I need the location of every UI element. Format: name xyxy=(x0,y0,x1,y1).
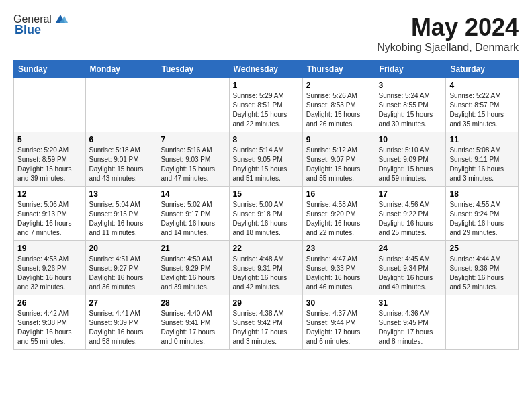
day-number: 22 xyxy=(233,244,299,253)
calendar-table: SundayMondayTuesdayWednesdayThursdayFrid… xyxy=(13,60,519,350)
calendar-cell: 25Sunrise: 4:44 AM Sunset: 9:36 PM Dayli… xyxy=(446,241,519,295)
calendar-cell xyxy=(446,295,519,350)
day-number: 15 xyxy=(233,189,299,199)
calendar-cell: 27Sunrise: 4:41 AM Sunset: 9:39 PM Dayli… xyxy=(85,295,157,350)
calendar-cell: 17Sunrise: 4:56 AM Sunset: 9:22 PM Dayli… xyxy=(375,187,446,241)
calendar-cell: 5Sunrise: 5:20 AM Sunset: 8:59 PM Daylig… xyxy=(14,132,86,187)
logo-blue-text: Blue xyxy=(15,23,41,37)
calendar-cell: 31Sunrise: 4:36 AM Sunset: 9:45 PM Dayli… xyxy=(375,295,446,350)
day-info: Sunrise: 5:18 AM Sunset: 9:01 PM Dayligh… xyxy=(89,146,154,183)
day-number: 6 xyxy=(89,135,154,144)
weekday-header: Wednesday xyxy=(229,61,302,78)
day-number: 2 xyxy=(306,81,371,90)
calendar-cell xyxy=(14,78,86,132)
day-number: 29 xyxy=(233,298,299,308)
day-info: Sunrise: 4:41 AM Sunset: 9:39 PM Dayligh… xyxy=(89,309,154,347)
day-number: 5 xyxy=(17,135,82,144)
day-info: Sunrise: 4:55 AM Sunset: 9:24 PM Dayligh… xyxy=(449,200,515,238)
calendar-week-row: 19Sunrise: 4:53 AM Sunset: 9:26 PM Dayli… xyxy=(14,241,519,295)
weekday-header: Sunday xyxy=(14,61,86,78)
day-info: Sunrise: 4:53 AM Sunset: 9:26 PM Dayligh… xyxy=(17,255,82,292)
day-number: 25 xyxy=(449,244,515,253)
weekday-header: Thursday xyxy=(302,61,375,78)
day-info: Sunrise: 5:16 AM Sunset: 9:03 PM Dayligh… xyxy=(161,146,225,183)
calendar-cell: 4Sunrise: 5:22 AM Sunset: 8:57 PM Daylig… xyxy=(446,78,519,132)
day-number: 8 xyxy=(233,135,299,144)
location: Nykobing Sjaelland, Denmark xyxy=(377,42,519,54)
logo: General Blue xyxy=(13,13,68,37)
calendar-cell: 20Sunrise: 4:51 AM Sunset: 9:27 PM Dayli… xyxy=(85,241,157,295)
day-number: 26 xyxy=(17,298,82,308)
calendar-header-row: SundayMondayTuesdayWednesdayThursdayFrid… xyxy=(14,61,519,78)
day-number: 27 xyxy=(89,298,154,308)
calendar-cell: 7Sunrise: 5:16 AM Sunset: 9:03 PM Daylig… xyxy=(157,132,229,187)
day-info: Sunrise: 4:44 AM Sunset: 9:36 PM Dayligh… xyxy=(449,255,515,292)
calendar-cell: 30Sunrise: 4:37 AM Sunset: 9:44 PM Dayli… xyxy=(302,295,375,350)
month-title: May 2024 xyxy=(377,13,519,42)
day-info: Sunrise: 5:06 AM Sunset: 9:13 PM Dayligh… xyxy=(17,200,82,238)
day-info: Sunrise: 4:51 AM Sunset: 9:27 PM Dayligh… xyxy=(89,255,154,292)
day-number: 24 xyxy=(379,244,443,253)
calendar-cell: 29Sunrise: 4:38 AM Sunset: 9:42 PM Dayli… xyxy=(229,295,302,350)
calendar-cell: 19Sunrise: 4:53 AM Sunset: 9:26 PM Dayli… xyxy=(14,241,86,295)
day-info: Sunrise: 5:22 AM Sunset: 8:57 PM Dayligh… xyxy=(449,91,515,129)
weekday-header: Friday xyxy=(375,61,446,78)
calendar-cell: 23Sunrise: 4:47 AM Sunset: 9:33 PM Dayli… xyxy=(302,241,375,295)
day-number: 13 xyxy=(89,189,154,199)
logo-icon xyxy=(53,13,68,26)
calendar-cell: 26Sunrise: 4:42 AM Sunset: 9:38 PM Dayli… xyxy=(14,295,86,350)
calendar-cell: 2Sunrise: 5:26 AM Sunset: 8:53 PM Daylig… xyxy=(302,78,375,132)
day-info: Sunrise: 4:37 AM Sunset: 9:44 PM Dayligh… xyxy=(306,309,371,347)
calendar-cell: 16Sunrise: 4:58 AM Sunset: 9:20 PM Dayli… xyxy=(302,187,375,241)
day-info: Sunrise: 5:14 AM Sunset: 9:05 PM Dayligh… xyxy=(233,146,299,183)
calendar-cell: 10Sunrise: 5:10 AM Sunset: 9:09 PM Dayli… xyxy=(375,132,446,187)
day-info: Sunrise: 4:48 AM Sunset: 9:31 PM Dayligh… xyxy=(233,255,299,292)
page-header: General Blue May 2024 Nykobing Sjaelland… xyxy=(13,13,519,54)
title-block: May 2024 Nykobing Sjaelland, Denmark xyxy=(377,13,519,54)
calendar-cell: 21Sunrise: 4:50 AM Sunset: 9:29 PM Dayli… xyxy=(157,241,229,295)
day-info: Sunrise: 4:38 AM Sunset: 9:42 PM Dayligh… xyxy=(233,309,299,347)
day-info: Sunrise: 4:36 AM Sunset: 9:45 PM Dayligh… xyxy=(379,309,443,347)
calendar-cell: 15Sunrise: 5:00 AM Sunset: 9:18 PM Dayli… xyxy=(229,187,302,241)
day-info: Sunrise: 5:20 AM Sunset: 8:59 PM Dayligh… xyxy=(17,146,82,183)
day-number: 4 xyxy=(449,81,515,90)
day-number: 30 xyxy=(306,298,371,308)
calendar-cell: 8Sunrise: 5:14 AM Sunset: 9:05 PM Daylig… xyxy=(229,132,302,187)
day-number: 19 xyxy=(17,244,82,253)
day-number: 17 xyxy=(379,189,443,199)
day-number: 23 xyxy=(306,244,371,253)
day-number: 1 xyxy=(233,81,299,90)
calendar-cell: 12Sunrise: 5:06 AM Sunset: 9:13 PM Dayli… xyxy=(14,187,86,241)
calendar-week-row: 5Sunrise: 5:20 AM Sunset: 8:59 PM Daylig… xyxy=(14,132,519,187)
day-number: 21 xyxy=(161,244,225,253)
weekday-header: Tuesday xyxy=(157,61,229,78)
day-info: Sunrise: 5:08 AM Sunset: 9:11 PM Dayligh… xyxy=(449,146,515,183)
day-number: 16 xyxy=(306,189,371,199)
calendar-cell: 11Sunrise: 5:08 AM Sunset: 9:11 PM Dayli… xyxy=(446,132,519,187)
calendar-cell: 1Sunrise: 5:29 AM Sunset: 8:51 PM Daylig… xyxy=(229,78,302,132)
day-info: Sunrise: 4:50 AM Sunset: 9:29 PM Dayligh… xyxy=(161,255,225,292)
day-info: Sunrise: 5:00 AM Sunset: 9:18 PM Dayligh… xyxy=(233,200,299,238)
calendar-cell: 3Sunrise: 5:24 AM Sunset: 8:55 PM Daylig… xyxy=(375,78,446,132)
calendar-cell xyxy=(157,78,229,132)
day-number: 31 xyxy=(379,298,443,308)
weekday-header: Saturday xyxy=(446,61,519,78)
day-number: 20 xyxy=(89,244,154,253)
day-info: Sunrise: 4:56 AM Sunset: 9:22 PM Dayligh… xyxy=(379,200,443,238)
calendar-cell: 18Sunrise: 4:55 AM Sunset: 9:24 PM Dayli… xyxy=(446,187,519,241)
day-info: Sunrise: 5:12 AM Sunset: 9:07 PM Dayligh… xyxy=(306,146,371,183)
day-info: Sunrise: 5:02 AM Sunset: 9:17 PM Dayligh… xyxy=(161,200,225,238)
day-number: 9 xyxy=(306,135,371,144)
day-info: Sunrise: 4:58 AM Sunset: 9:20 PM Dayligh… xyxy=(306,200,371,238)
calendar-cell xyxy=(85,78,157,132)
day-info: Sunrise: 5:24 AM Sunset: 8:55 PM Dayligh… xyxy=(379,91,443,129)
day-number: 3 xyxy=(379,81,443,90)
day-number: 11 xyxy=(449,135,515,144)
day-number: 18 xyxy=(449,189,515,199)
calendar-cell: 9Sunrise: 5:12 AM Sunset: 9:07 PM Daylig… xyxy=(302,132,375,187)
calendar-week-row: 1Sunrise: 5:29 AM Sunset: 8:51 PM Daylig… xyxy=(14,78,519,132)
calendar-cell: 6Sunrise: 5:18 AM Sunset: 9:01 PM Daylig… xyxy=(85,132,157,187)
calendar-week-row: 12Sunrise: 5:06 AM Sunset: 9:13 PM Dayli… xyxy=(14,187,519,241)
day-info: Sunrise: 4:47 AM Sunset: 9:33 PM Dayligh… xyxy=(306,255,371,292)
day-number: 10 xyxy=(379,135,443,144)
